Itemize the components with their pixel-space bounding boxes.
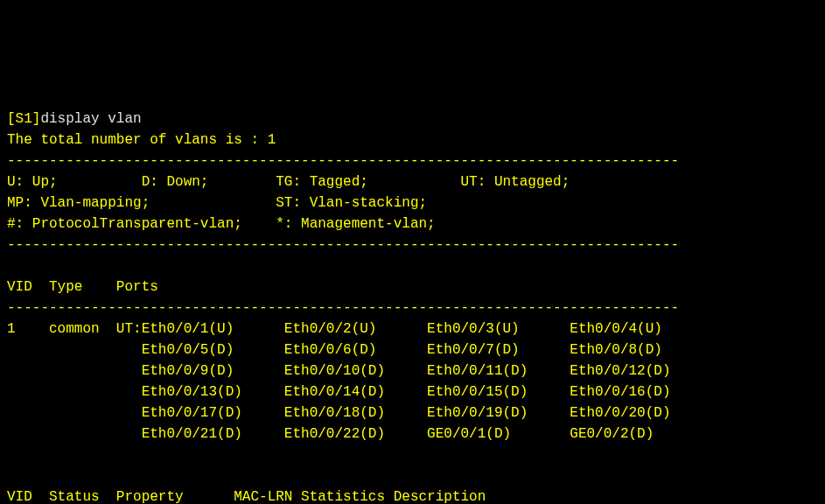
prompt-host: [S1] — [7, 111, 40, 127]
divider: ----------------------------------------… — [7, 300, 679, 316]
status-header: VID Status Property MAC-LRN Statistics D… — [7, 489, 486, 504]
command-text: display vlan — [40, 111, 141, 127]
legend-line-2: MP: Vlan-mapping; ST: Vlan-stacking; — [7, 195, 427, 211]
ports-header: VID Type Ports — [7, 279, 158, 295]
terminal-output: [S1]display vlan The total number of vla… — [7, 88, 818, 504]
total-line: The total number of vlans is : 1 — [7, 132, 276, 148]
divider: ----------------------------------------… — [7, 153, 679, 169]
legend-line-1: U: Up; D: Down; TG: Tagged; UT: Untagged… — [7, 174, 570, 190]
divider: ----------------------------------------… — [7, 237, 679, 253]
ports-table: 1 common UT:Eth0/0/1(U) Eth0/0/2(U) Eth0… — [7, 321, 671, 442]
legend-line-3: #: ProtocolTransparent-vlan; *: Manageme… — [7, 216, 436, 232]
